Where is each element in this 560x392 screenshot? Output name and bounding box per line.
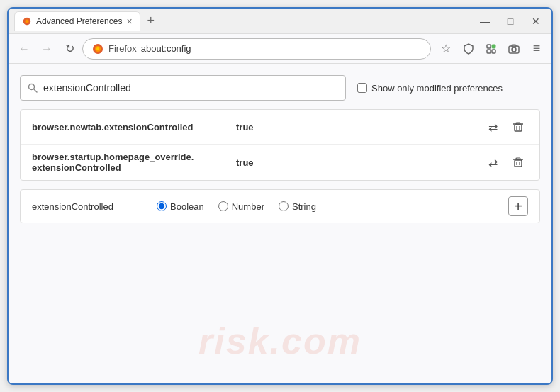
window-controls: — □ ✕ [475, 13, 546, 30]
puzzle-icon [486, 43, 497, 55]
browser-window: Advanced Preferences × + — □ ✕ ← → ↻ Fir… [7, 7, 553, 385]
browser-name-label: Firefox [108, 43, 137, 54]
title-bar: Advanced Preferences × + — □ ✕ [9, 9, 551, 34]
trash-icon [513, 121, 524, 133]
type-radio-group: Boolean Number String [157, 201, 497, 212]
nav-icons: ☆ ≡ [437, 40, 546, 58]
svg-rect-14 [515, 125, 522, 131]
number-radio-item[interactable]: Number [218, 201, 264, 212]
preference-search-box[interactable] [20, 75, 346, 101]
toggle-arrows-icon: ⇄ [488, 121, 498, 134]
number-label: Number [232, 201, 264, 212]
string-radio[interactable] [279, 201, 289, 211]
pref-name-2: browser.startup.homepage_override. exten… [32, 152, 230, 173]
pref-value-1: true [236, 122, 477, 133]
menu-button[interactable]: ≡ [527, 40, 546, 58]
table-row: browser.newtab.extensionControlled true … [21, 110, 539, 145]
address-bar[interactable]: Firefox about:config [82, 38, 431, 60]
url-display: about:config [141, 43, 191, 54]
tab-close-button[interactable]: × [126, 16, 132, 26]
delete-button-2[interactable] [508, 152, 528, 172]
boolean-radio-item[interactable]: Boolean [157, 201, 204, 212]
browser-tab[interactable]: Advanced Preferences × [14, 11, 140, 31]
show-modified-checkbox[interactable] [357, 83, 367, 93]
tab-favicon-icon [22, 16, 32, 26]
svg-rect-8 [492, 50, 495, 53]
screenshot-button[interactable] [505, 40, 523, 58]
svg-point-1 [25, 19, 28, 23]
boolean-label: Boolean [170, 201, 204, 212]
svg-point-10 [512, 47, 516, 52]
extension-button[interactable] [482, 40, 500, 58]
search-icon [28, 83, 38, 93]
trash-icon-2 [513, 157, 524, 168]
svg-point-4 [96, 47, 99, 50]
string-radio-item[interactable]: String [279, 201, 316, 212]
show-modified-label: Show only modified preferences [371, 83, 503, 94]
svg-rect-6 [492, 45, 495, 48]
svg-line-13 [34, 89, 38, 93]
toggle-button-2[interactable]: ⇄ [483, 152, 503, 172]
search-input[interactable] [43, 82, 338, 94]
shield-button[interactable] [459, 40, 478, 58]
show-modified-row: Show only modified preferences [357, 83, 503, 94]
camera-icon [508, 43, 520, 55]
content-area: risk.com Show only modified preferences … [9, 64, 551, 383]
row-actions-1: ⇄ [483, 117, 528, 137]
watermark: risk.com [198, 320, 362, 362]
svg-rect-21 [516, 158, 520, 159]
back-button[interactable]: ← [14, 39, 34, 59]
forward-button[interactable]: → [37, 39, 57, 59]
pref-value-2: true [236, 157, 477, 168]
number-radio[interactable] [218, 201, 228, 211]
maximize-button[interactable]: □ [500, 13, 520, 30]
table-row: browser.startup.homepage_override. exten… [21, 145, 539, 180]
refresh-button[interactable]: ↻ [60, 39, 79, 59]
toggle-arrows-icon-2: ⇄ [488, 156, 498, 169]
new-pref-name: extensionControlled [32, 201, 145, 212]
svg-rect-5 [487, 45, 491, 48]
bookmark-button[interactable]: ☆ [437, 40, 455, 58]
firefox-logo-icon [91, 43, 104, 55]
new-tab-button[interactable]: + [143, 12, 159, 30]
delete-button-1[interactable] [508, 117, 528, 137]
minimize-button[interactable]: — [475, 13, 495, 30]
close-button[interactable]: ✕ [526, 13, 546, 30]
nav-bar: ← → ↻ Firefox about:config ☆ [9, 34, 551, 64]
svg-rect-19 [515, 160, 522, 167]
results-table: browser.newtab.extensionControlled true … [20, 109, 540, 181]
shield-icon [463, 43, 474, 55]
boolean-radio[interactable] [157, 201, 167, 211]
pref-name-1: browser.newtab.extensionControlled [32, 122, 230, 133]
add-pref-button[interactable]: + [508, 196, 528, 216]
svg-rect-16 [516, 123, 520, 124]
pref-name-2-line2: extensionControlled [32, 162, 121, 173]
add-preference-row: extensionControlled Boolean Number Strin… [20, 189, 540, 223]
pref-name-2-line1: browser.startup.homepage_override. [32, 152, 194, 162]
search-row: Show only modified preferences [20, 75, 540, 101]
row-actions-2: ⇄ [483, 152, 528, 172]
svg-rect-7 [487, 50, 491, 53]
toggle-button-1[interactable]: ⇄ [483, 117, 503, 137]
string-label: String [292, 201, 316, 212]
tab-title: Advanced Preferences [36, 16, 122, 26]
